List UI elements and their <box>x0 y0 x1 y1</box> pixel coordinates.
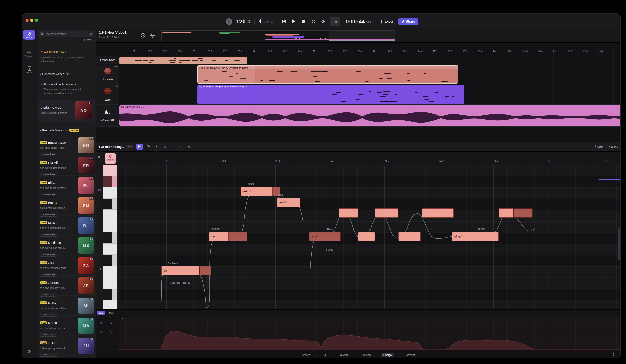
editor-playhead[interactable] <box>145 164 145 325</box>
collected-voices-header[interactable]: ▾Collected Voices1 <box>40 73 70 76</box>
param-bottom-tab-energy[interactable]: Energy <box>381 353 394 357</box>
note-been[interactable]: been <box>209 232 229 241</box>
voice-card-jessica[interactable]: NEWJessicar&b pop soul jazz funk...Licen… <box>37 276 96 296</box>
pencil-tool[interactable]: ✎ <box>146 145 151 149</box>
share-button[interactable]: ⇗Share <box>398 18 419 25</box>
speaker-icon[interactable] <box>98 155 102 159</box>
track-playhead[interactable] <box>255 49 255 126</box>
voice-card-zalo[interactable]: NEWZalor&b soul gospel resona...License … <box>37 256 96 276</box>
param-bottom-tab-air[interactable]: Air <box>320 353 328 357</box>
note-[interactable]: - <box>375 208 398 218</box>
close-window-button[interactable] <box>26 19 29 22</box>
voice-card-ember-rose[interactable]: NEWEmber Rosepop clear ballad edm r...Li… <box>37 136 96 156</box>
note-segment-selected[interactable] <box>229 232 247 241</box>
zoom-window-button[interactable] <box>35 19 38 22</box>
voice-card-drex-l[interactable]: NEWDrex Lpop r&b funk blues go...License… <box>37 216 96 236</box>
slope-tool[interactable]: ╲ <box>107 329 114 335</box>
line-tool[interactable]: ∿ <box>107 319 114 326</box>
piano-key-A#3[interactable] <box>103 289 117 300</box>
close-editor-button[interactable]: ▾Close <box>609 145 618 148</box>
param-bottom-tab-breath[interactable]: Breath <box>300 353 312 357</box>
minimize-window-button[interactable] <box>30 19 33 22</box>
follow-playhead-icon[interactable]: ⇥ <box>330 17 340 26</box>
minimap-viewport[interactable] <box>329 31 395 41</box>
editor-play-button[interactable] <box>136 144 143 150</box>
smooth-tool[interactable]: ∾ <box>179 145 184 149</box>
param-bottom-tab-falsetto[interactable]: Falsetto <box>336 353 351 357</box>
note-[interactable]: - <box>398 232 421 241</box>
param-bottom-tab-tension[interactable]: Tension <box>359 353 373 357</box>
piano-key-B3[interactable] <box>103 278 117 289</box>
time-signature[interactable]: 4 Beat/Bar <box>259 18 273 24</box>
note-trying#2[interactable]: trying#2 <box>452 232 499 241</box>
voice-card-maximus[interactable]: NEWMaximuspop ballad latin folk lat...Li… <box>37 236 96 256</box>
collapse-panel-icon[interactable]: ▾ <box>613 352 615 356</box>
voice-card-franklin[interactable]: NEWFranklinpop ballad funk reggae...Lice… <box>37 156 96 176</box>
note-grid[interactable]: I've*[hh][ay][v]been[b][ih][n]really#1[r… <box>119 164 621 325</box>
rail-item-temps[interactable]: Temps <box>23 67 35 74</box>
filters-link[interactable]: Filters » <box>84 39 93 41</box>
clip-instr[interactable]: 1.9.1 NEW VIDEO-Instr <box>119 105 621 125</box>
note-really#2[interactable]: really#2 <box>277 198 300 207</box>
voice-card-felix[interactable]: NEWFelixFE <box>37 356 96 358</box>
voice-card-marco[interactable]: NEWMarcopop ballad latin lo-fi br...Lice… <box>37 316 96 336</box>
note-[interactable]: - <box>422 208 454 218</box>
record-button[interactable] <box>300 17 306 26</box>
clip-zalo[interactable]: try to forget#1 forget#2 you baby#1 baby… <box>197 85 465 104</box>
piano-key-F#4[interactable] <box>103 199 117 210</box>
loop-icon[interactable]: ⟳ <box>320 17 326 26</box>
param-bottom-tab-formant[interactable]: Formant <box>402 353 417 357</box>
note-[interactable]: - <box>339 208 358 218</box>
note-really#1[interactable]: really#1 <box>241 187 273 196</box>
editor-ruler[interactable]: 23.223.323.42424.224.324.42525.2 <box>119 160 621 164</box>
cut-tool[interactable]: ✂ <box>154 145 159 149</box>
note-[interactable]: - <box>358 232 375 241</box>
maximize-editor-button[interactable]: ↥Max <box>594 145 603 148</box>
piano-key-F4[interactable] <box>103 210 117 221</box>
note-segment-selected[interactable] <box>513 208 533 218</box>
param-tab-par[interactable]: Par. <box>107 311 115 315</box>
skip-back-button[interactable] <box>281 17 287 26</box>
metronome-icon[interactable] <box>226 18 232 25</box>
rail-item-samples[interactable]: Samples <box>23 50 35 58</box>
rail-item-voices[interactable]: Voices <box>23 30 35 40</box>
timeline-minimap[interactable] <box>161 30 395 41</box>
loop-range-icon[interactable] <box>141 33 146 38</box>
key-signature-box[interactable]: C Major <box>105 154 116 164</box>
project-title[interactable]: 1.9.1 New Video2 <box>99 31 126 35</box>
browse-public-voices-link[interactable]: ⊕Browse all public voices > <box>41 83 76 86</box>
note-trying#1[interactable]: trying#1 <box>309 232 341 241</box>
piano-key-D#4[interactable] <box>103 232 117 243</box>
voice-card-elirah[interactable]: NEWElirahr&b pop ballad breathyLicense F… <box>37 176 96 196</box>
voice-card-julian[interactable]: NEWJulianlatin pop reggaeton afr...Licen… <box>37 336 96 356</box>
pitch-curve-tool[interactable]: ∿ <box>162 145 167 149</box>
param-tab-eng[interactable]: Eng <box>97 311 105 315</box>
note-segment-selected[interactable] <box>199 266 211 275</box>
vibrato-tool[interactable]: ≈ <box>170 145 176 149</box>
voice-card-adrian-cmdc[interactable]: Adrian_CMDC bass resonant baritone AD EN <box>38 100 95 121</box>
note-Ive[interactable]: I've <box>161 266 199 275</box>
wave-edit-tool[interactable]: ≋ <box>187 145 192 149</box>
track-header-ember-rose[interactable]: Ember Rose <box>96 56 119 64</box>
settings-gear-icon[interactable]: ⚙ <box>22 349 36 355</box>
track-header-zalo[interactable]: EN Zalo <box>96 84 119 104</box>
voice-search-box[interactable]: ⟳ <box>39 31 94 37</box>
pencil-param-tool[interactable]: ✎ <box>98 329 105 335</box>
piano-key-C#4[interactable] <box>103 255 117 266</box>
tempo-display[interactable]: 120.0 <box>236 18 251 25</box>
customize-link[interactable]: Customize now > <box>44 50 67 53</box>
clip-franklin[interactable]: I've been really#1 really#2 trying#1 try… <box>197 65 458 83</box>
voice-card-emma[interactable]: NEWEmmaballad pop folk kpop e...License … <box>37 196 96 216</box>
clip-ember-rose[interactable] <box>119 56 247 64</box>
premade-voices-header[interactable]: ▾Premade Voices74NEW 28 <box>40 129 79 132</box>
param-curve-area[interactable]: 2x <box>119 317 621 350</box>
note-[interactable]: - <box>499 208 513 218</box>
grid-mode-icon[interactable] <box>310 17 316 26</box>
refresh-icon[interactable]: ⟳ <box>90 32 92 36</box>
piano-key-C4[interactable] <box>103 266 117 278</box>
mixer-settings-icon[interactable] <box>150 33 155 38</box>
export-button[interactable]: ↥Export <box>380 19 394 23</box>
search-input[interactable] <box>45 32 89 35</box>
piano-key-A4[interactable] <box>103 164 117 176</box>
customize-block[interactable]: ✦Customize now > Upload vocal data, crea… <box>40 47 92 64</box>
